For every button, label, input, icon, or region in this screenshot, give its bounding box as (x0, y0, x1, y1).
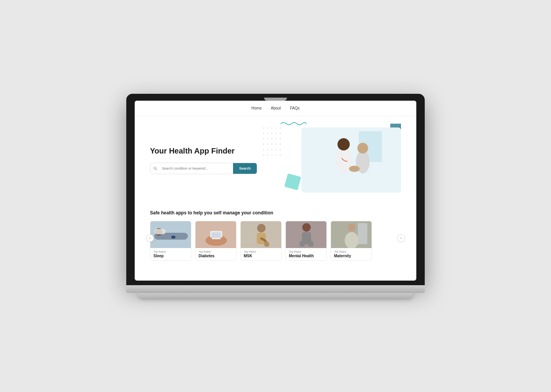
svg-point-25 (302, 223, 311, 232)
card-sleep-info: Top Rated Sleep (150, 248, 191, 260)
svg-point-32 (345, 232, 359, 248)
search-button[interactable]: Search (233, 163, 257, 174)
hero-right (263, 124, 401, 196)
svg-rect-30 (358, 223, 367, 244)
laptop-screen: Home About FAQs Your Health App Finder (135, 101, 416, 281)
svg-rect-27 (300, 241, 305, 247)
card-diabetes-badge: Top Rated (199, 250, 233, 253)
laptop-foot (138, 293, 413, 298)
card-diabetes[interactable]: Top Rated Diabetes (195, 221, 236, 261)
laptop-base (126, 285, 425, 293)
camera-notch (264, 98, 287, 101)
svg-point-21 (257, 224, 266, 232)
svg-rect-13 (171, 236, 175, 238)
nav-faqs[interactable]: FAQs (290, 106, 300, 110)
card-diabetes-image (196, 221, 236, 248)
cards-row: Top Rated Sleep (150, 221, 401, 261)
card-msk-label: MSK (244, 254, 278, 258)
carousel-next-button[interactable]: › (397, 234, 405, 242)
search-bar: Search (150, 163, 257, 174)
sleep-illustration (150, 221, 191, 248)
navigation: Home About FAQs (135, 101, 416, 116)
hero-section: Your Health App Finder Search (135, 116, 416, 204)
doctor-patient-illustration (302, 127, 401, 193)
card-sleep-label: Sleep (153, 254, 188, 258)
card-diabetes-label: Diabetes (199, 254, 233, 258)
card-diabetes-info: Top Rated Diabetes (196, 248, 236, 260)
svg-line-1 (156, 169, 157, 170)
card-mental-health-image (286, 221, 326, 248)
svg-rect-19 (220, 237, 223, 244)
maternity-illustration (331, 221, 372, 248)
svg-point-7 (357, 143, 368, 154)
hero-title: Your Health App Finder (150, 146, 263, 156)
search-icon-wrap (150, 167, 160, 170)
msk-illustration (241, 221, 281, 248)
card-msk[interactable]: Top Rated MSK (240, 221, 282, 261)
card-msk-badge: Top Rated (244, 250, 278, 253)
card-maternity-badge: Top Rated (334, 250, 368, 253)
hero-image (302, 127, 401, 193)
nav-home[interactable]: Home (251, 106, 262, 110)
carousel-prev-button[interactable]: ‹ (146, 234, 154, 242)
decorative-dots (263, 127, 286, 158)
diabetes-illustration (196, 221, 236, 248)
card-maternity-label: Maternity (334, 254, 368, 258)
mental-health-illustration (286, 221, 326, 248)
svg-rect-18 (209, 237, 212, 244)
laptop-container: Home About FAQs Your Health App Finder (126, 94, 425, 298)
search-input[interactable] (160, 163, 233, 173)
card-maternity-image (331, 221, 372, 248)
card-mental-health-badge: Top Rated (289, 250, 323, 253)
nav-about[interactable]: About (271, 106, 281, 110)
card-sleep-badge: Top Rated (153, 250, 188, 253)
search-icon (153, 167, 157, 170)
svg-rect-17 (212, 232, 221, 238)
section-title: Safe health apps to help you self manage… (150, 210, 401, 216)
cards-section: Safe health apps to help you self manage… (135, 204, 416, 268)
svg-point-31 (348, 224, 355, 231)
card-maternity[interactable]: Top Rated Maternity (331, 221, 372, 261)
svg-rect-12 (154, 229, 166, 234)
card-msk-image (241, 221, 281, 248)
svg-point-8 (349, 166, 360, 172)
hero-left: Your Health App Finder Search (150, 146, 263, 174)
website: Home About FAQs Your Health App Finder (135, 101, 416, 281)
card-msk-info: Top Rated MSK (241, 248, 281, 260)
card-sleep[interactable]: Top Rated Sleep (150, 221, 191, 261)
card-maternity-info: Top Rated Maternity (331, 248, 372, 260)
wave-decoration (280, 121, 307, 127)
svg-rect-28 (308, 241, 313, 247)
svg-point-23 (264, 242, 269, 247)
teal-diamond-decoration (284, 173, 301, 190)
card-sleep-image (150, 221, 191, 248)
card-mental-health[interactable]: Top Rated Mental Health (285, 221, 327, 261)
card-mental-health-label: Mental Health (289, 254, 323, 258)
screen-bezel: Home About FAQs Your Health App Finder (126, 94, 425, 285)
svg-point-5 (337, 138, 350, 150)
card-mental-health-info: Top Rated Mental Health (286, 248, 326, 260)
cards-wrapper: ‹ (150, 221, 401, 261)
